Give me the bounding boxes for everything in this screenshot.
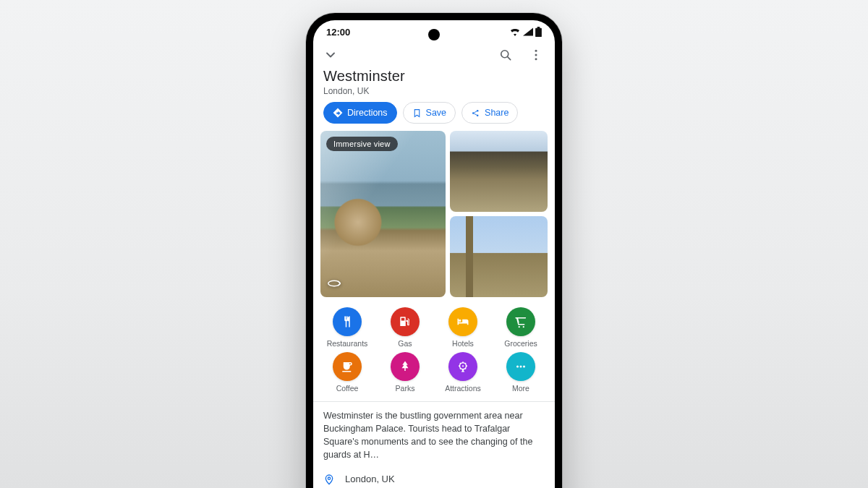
wifi-icon <box>509 27 521 36</box>
photo-immersive-view[interactable]: Immersive view <box>320 131 446 297</box>
dots-icon <box>506 352 535 381</box>
location-pin-icon <box>323 472 335 487</box>
svg-point-3 <box>535 54 537 56</box>
app-bar <box>313 43 555 68</box>
battery-icon <box>535 27 542 37</box>
category-label: Groceries <box>504 339 537 348</box>
category-grid: RestaurantsGasHotelsGroceriesCoffeeParks… <box>313 297 555 400</box>
share-label: Share <box>485 108 509 118</box>
category-label: Hotels <box>452 339 474 348</box>
category-attractions[interactable]: Attractions <box>436 352 490 393</box>
category-restaurants[interactable]: Restaurants <box>320 307 374 348</box>
svg-point-12 <box>520 366 522 368</box>
phone-screen: 12:00 Westminster Lo <box>313 20 555 488</box>
chevron-down-icon <box>323 48 338 62</box>
location-text: London, UK <box>345 474 395 484</box>
cart-icon <box>506 307 535 336</box>
collapse-button[interactable] <box>320 45 341 65</box>
directions-label: Directions <box>347 108 388 118</box>
photo-thumbnail-2[interactable] <box>450 216 548 297</box>
save-button[interactable]: Save <box>403 102 456 124</box>
save-label: Save <box>426 108 447 118</box>
place-description: Westminster is the bustling government a… <box>313 409 555 462</box>
place-header: Westminster London, UK <box>313 68 555 102</box>
category-label: Restaurants <box>327 339 368 348</box>
photo-grid: Immersive view <box>313 131 555 297</box>
svg-point-7 <box>477 114 478 116</box>
svg-point-4 <box>535 58 537 60</box>
category-hotels[interactable]: Hotels <box>436 307 490 348</box>
gas-pump-icon <box>391 307 420 336</box>
category-label: Gas <box>398 339 412 348</box>
directions-button[interactable]: Directions <box>323 102 397 124</box>
divider <box>313 401 555 402</box>
place-subtitle: London, UK <box>323 86 545 96</box>
tree-icon <box>391 352 420 381</box>
category-label: Coffee <box>336 384 359 393</box>
camera-hole <box>428 29 440 40</box>
signal-icon <box>523 27 533 36</box>
action-row: Directions Save Share <box>313 102 555 131</box>
status-time: 12:00 <box>326 27 350 38</box>
svg-point-13 <box>523 366 525 368</box>
search-icon <box>498 48 513 62</box>
svg-line-1 <box>508 57 511 60</box>
ferris-icon <box>448 352 477 381</box>
svg-point-6 <box>477 110 478 111</box>
svg-point-0 <box>501 51 509 58</box>
category-parks[interactable]: Parks <box>378 352 432 393</box>
bookmark-icon <box>412 108 422 118</box>
category-coffee[interactable]: Coffee <box>320 352 374 393</box>
directions-icon <box>333 108 343 118</box>
immersive-view-badge: Immersive view <box>326 137 398 151</box>
bed-icon <box>448 307 477 336</box>
category-more[interactable]: More <box>494 352 548 393</box>
cup-icon <box>333 352 362 381</box>
svg-point-5 <box>472 112 474 114</box>
share-icon <box>471 108 480 118</box>
phone-frame: 12:00 Westminster Lo <box>306 13 562 488</box>
svg-point-2 <box>535 50 537 52</box>
svg-point-14 <box>328 477 330 479</box>
overflow-menu-button[interactable] <box>526 45 546 65</box>
status-icons <box>509 27 542 37</box>
category-gas[interactable]: Gas <box>378 307 432 348</box>
svg-point-11 <box>516 366 519 368</box>
share-button[interactable]: Share <box>461 102 518 124</box>
category-groceries[interactable]: Groceries <box>494 307 548 348</box>
360-icon <box>326 275 342 291</box>
search-button[interactable] <box>495 45 516 65</box>
category-label: More <box>512 384 529 393</box>
svg-point-10 <box>462 365 464 367</box>
more-vert-icon <box>529 48 543 62</box>
fork-knife-icon <box>333 307 362 336</box>
photo-thumbnail-1[interactable] <box>450 131 548 212</box>
location-row[interactable]: London, UK <box>313 462 555 487</box>
category-label: Parks <box>396 384 415 393</box>
category-label: Attractions <box>445 384 481 393</box>
place-title: Westminster <box>323 68 545 85</box>
